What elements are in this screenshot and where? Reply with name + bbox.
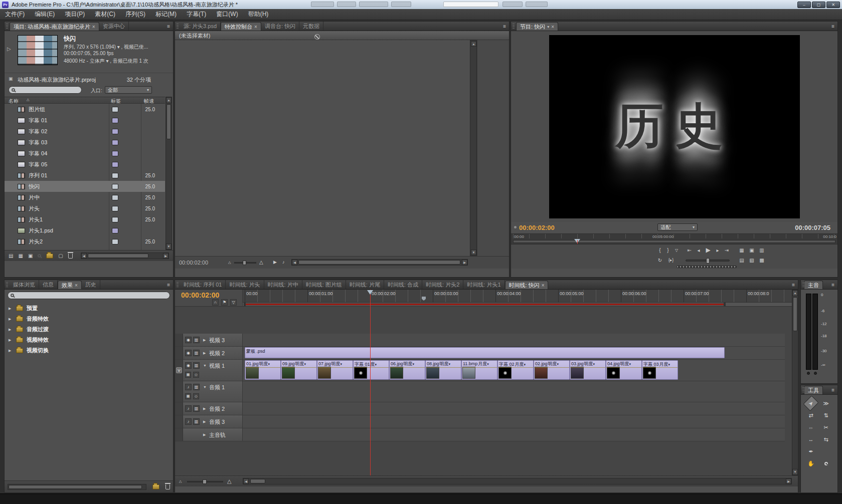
scroll-right-icon[interactable]: ▶ [163, 253, 169, 259]
project-row-图片组[interactable]: 图片组25.0 [5, 104, 165, 115]
label-chip[interactable] [112, 140, 118, 145]
title-bar[interactable]: Pr Adobe Premiere Pro - C:\用户\Administra… [0, 0, 842, 9]
track-name[interactable]: 音频 2 [209, 405, 225, 413]
close-icon[interactable]: × [551, 24, 554, 30]
shuttle-slider[interactable] [686, 260, 730, 262]
project-row-字幕05[interactable]: 字幕 05 [5, 159, 165, 170]
menu-marker[interactable]: 标记(M) [150, 9, 182, 20]
menu-clip[interactable]: 素材(C) [90, 9, 120, 20]
toggle-track-mute-icon[interactable]: ♪ [185, 384, 192, 390]
shuttle-handle[interactable] [706, 258, 710, 264]
label-chip[interactable] [112, 217, 118, 222]
clip-02jpg[interactable]: 02.jpg明度▾ [534, 360, 570, 380]
snap-toggle-icon[interactable]: ∩ [212, 299, 219, 306]
chevron-down-icon[interactable]: ▾ [413, 362, 415, 366]
tab-timeline-片头[interactable]: 时间线: 片头 [226, 280, 264, 289]
tab-history[interactable]: 历史 [82, 280, 100, 289]
effects-search-input[interactable] [8, 292, 170, 299]
chevron-down-icon[interactable]: ▾ [341, 362, 343, 366]
clip-03jpg[interactable]: 03.jpg明度▾ [570, 360, 606, 380]
output-button[interactable]: ▣ [748, 246, 756, 254]
track-body-video3[interactable] [243, 334, 785, 347]
panel-menu-icon[interactable]: ≡ [828, 282, 837, 288]
trim-button[interactable]: ▩ [758, 257, 766, 264]
panel-menu-icon[interactable]: ≡ [164, 282, 173, 288]
zoom-in-icon[interactable]: △ [259, 260, 263, 265]
icon-view-button[interactable]: ▦ [18, 253, 23, 259]
menu-project[interactable]: 项目(P) [60, 9, 90, 20]
tab-timeline-片中[interactable]: 时间线: 片中 [264, 280, 302, 289]
clip-字幕01[interactable]: 字幕 01度▾ [353, 360, 389, 380]
label-chip[interactable] [112, 228, 118, 233]
clip-06jpg[interactable]: 06.jpg明度▾ [389, 360, 425, 380]
work-area-end-handle[interactable] [724, 303, 726, 307]
clip-07jpg[interactable]: 07.jpg明度▾ [317, 360, 353, 380]
chevron-down-icon[interactable]: ▾ [449, 362, 451, 366]
sequence-marker[interactable] [422, 297, 426, 301]
scroll-left-icon[interactable]: ◀ [243, 478, 249, 484]
preview-play-icon[interactable]: ▷ [7, 46, 11, 52]
expander-icon[interactable]: ▶ [9, 307, 13, 311]
set-display-style-icon[interactable]: ▦ [185, 372, 191, 378]
slip-tool[interactable]: ↔ [805, 434, 817, 444]
toggle-timeline-view-icon[interactable] [314, 34, 320, 40]
set-unnumbered-marker-icon[interactable]: ▽ [230, 299, 237, 306]
tab-timeline-序列01[interactable]: 时间线: 序列 01 [180, 280, 226, 289]
label-chip[interactable] [112, 129, 118, 134]
effects-folder-video-effects[interactable]: ▶视频特效 [5, 335, 165, 345]
expander-icon[interactable]: ▶ [9, 349, 13, 353]
expander-icon[interactable]: ▶ [9, 317, 13, 321]
clip-01jpg[interactable]: 01.jpg明度▾ [245, 360, 281, 380]
scrollbar-thumb[interactable] [88, 254, 148, 258]
tab-media-browser[interactable]: 媒体浏览 [10, 280, 39, 289]
scrollbar-thumb[interactable] [250, 479, 265, 483]
track-select-tool[interactable]: ≫ [820, 398, 832, 408]
go-to-out-button[interactable]: ⇥ [723, 246, 731, 254]
pen-tool[interactable]: ✒ [805, 446, 817, 456]
export-frame-button[interactable]: ▥ [758, 246, 766, 254]
delete-button[interactable] [68, 254, 73, 259]
work-area-start-handle[interactable] [244, 303, 246, 307]
menu-file[interactable]: 文件(F) [0, 9, 30, 20]
menu-sequence[interactable]: 序列(S) [120, 9, 150, 20]
slide-tool[interactable]: ⇆ [820, 434, 832, 444]
tab-timeline-片尾[interactable]: 时间线: 片尾 [346, 280, 384, 289]
rolling-edit-tool[interactable]: ⇅ [820, 410, 832, 420]
sync-lock-icon[interactable]: ▥ [193, 405, 200, 412]
tab-audio-mixer[interactable]: 调音台: 快闪 [261, 22, 299, 31]
source-assign-cell[interactable] [175, 415, 183, 428]
timeline-vscrollbar[interactable]: ▲ ▼ [792, 290, 798, 475]
entry-dropdown[interactable]: 全部 ▾ [105, 86, 152, 94]
project-row-字幕02[interactable]: 字幕 02 [5, 126, 165, 137]
label-chip[interactable] [112, 184, 118, 189]
project-row-片头2[interactable]: 片头225.0 [5, 236, 165, 247]
toggle-track-output-icon[interactable]: ◉ [185, 362, 192, 369]
chevron-down-icon[interactable]: ▾ [547, 25, 549, 29]
zoom-tool[interactable] [820, 458, 832, 468]
automate-to-sequence-button[interactable]: ▣ [28, 253, 33, 259]
expand-track-icon[interactable]: ▶ [203, 433, 206, 437]
toggle-track-output-icon[interactable]: ◉ [185, 350, 192, 356]
collapse-track-icon[interactable]: ▼ [203, 364, 207, 367]
chevron-down-icon[interactable]: ▾ [629, 362, 631, 366]
tab-timeline-图片组[interactable]: 时间线: 图片组 [302, 280, 346, 289]
lift-button[interactable]: ▤ [738, 257, 746, 264]
audio-icon[interactable]: ♪ [282, 260, 285, 265]
scroll-down-icon[interactable]: ▼ [166, 243, 172, 249]
source-assign-cell[interactable] [175, 334, 183, 346]
label-chip[interactable] [112, 118, 118, 123]
effects-folder-video-transitions[interactable]: ▶视频切换 [5, 345, 165, 356]
label-chip[interactable] [112, 206, 118, 211]
clip-字幕02[interactable]: 字幕 02月度▾ [497, 360, 534, 380]
set-in-point-button[interactable]: { [656, 246, 663, 254]
step-back-button[interactable]: ◂ [695, 246, 703, 254]
tab-master-meter[interactable]: 主音 [804, 281, 823, 289]
scroll-up-icon[interactable]: ▲ [792, 290, 798, 296]
effects-folder-audio-transitions[interactable]: ▶音频过渡 [5, 324, 165, 335]
set-encore-chapter-marker-icon[interactable]: ⚑ [221, 299, 228, 306]
track-body-audio1[interactable] [243, 381, 785, 402]
safe-margins-button[interactable]: ▦ [738, 246, 746, 254]
project-row-快闪-selected[interactable]: 快闪25.0 [5, 181, 165, 192]
panel-menu-icon[interactable]: ≡ [828, 387, 837, 393]
scroll-left-icon[interactable]: ◀ [292, 260, 297, 265]
